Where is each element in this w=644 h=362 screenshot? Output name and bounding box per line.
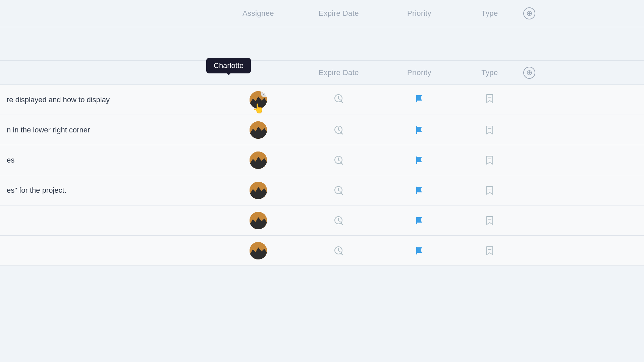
clock-icon-3 — [334, 155, 344, 165]
svg-line-38 — [338, 251, 340, 252]
empty-spacer-row — [0, 27, 644, 61]
row-cells-2 — [221, 121, 523, 139]
header-row: Assignee Expire Date Priority Type ⊕ — [0, 0, 644, 27]
bookmark-icon-1 — [485, 94, 494, 106]
priority-cell-5[interactable] — [382, 216, 456, 225]
add-column-button[interactable]: ⊕ — [523, 7, 543, 19]
clock-icon-2 — [334, 125, 344, 135]
row-cells-4 — [221, 182, 523, 199]
table-row: re displayed and how to display ✕ 👆 — [0, 85, 644, 115]
svg-line-3 — [338, 99, 340, 100]
page: Assignee Expire Date Priority Type ⊕ Cha… — [0, 0, 644, 362]
col-header-expire: Expire Date — [295, 9, 382, 18]
clock-icon-1 — [334, 94, 344, 106]
assignee-cell-3[interactable] — [221, 152, 295, 169]
priority-cell-3[interactable] — [382, 156, 456, 165]
type-cell-4[interactable] — [456, 186, 523, 195]
svg-line-10 — [338, 130, 340, 131]
assignee-cell-1[interactable]: ✕ 👆 — [221, 91, 295, 109]
assignee-cell-2[interactable] — [221, 121, 295, 139]
svg-line-24 — [338, 190, 340, 191]
type-cell-5[interactable] — [456, 216, 523, 225]
expire-cell-1[interactable] — [295, 94, 382, 106]
row-text-4: es" for the project. — [0, 186, 221, 195]
assignee-cell-4[interactable] — [221, 182, 295, 199]
subheader-priority: Priority — [382, 68, 456, 77]
subheader-add-button[interactable]: ⊕ — [523, 67, 543, 79]
priority-cell-1[interactable] — [382, 94, 456, 106]
avatar-2[interactable] — [250, 121, 267, 139]
flag-icon-6 — [415, 246, 424, 255]
cursor-icon: 👆 — [253, 103, 264, 114]
table-row: es — [0, 145, 644, 175]
row-text-3: es — [0, 156, 221, 165]
bookmark-icon-5 — [485, 216, 494, 225]
col-header-assignee: Assignee — [221, 9, 295, 18]
clock-icon-6 — [334, 246, 344, 256]
flag-icon-4 — [415, 186, 424, 195]
add-icon[interactable]: ⊕ — [523, 7, 535, 19]
row-cells-6 — [221, 242, 523, 259]
svg-line-31 — [338, 221, 340, 222]
subheader-type: Type — [456, 68, 523, 77]
subheader-expire: Expire Date — [295, 68, 382, 77]
expire-cell-2[interactable] — [295, 125, 382, 135]
bookmark-icon-2 — [485, 125, 494, 135]
svg-line-17 — [338, 160, 340, 161]
row-text-2: n in the lower right corner — [0, 126, 221, 134]
priority-cell-6[interactable] — [382, 246, 456, 255]
flag-icon-5 — [415, 216, 424, 225]
row-cells-1: ✕ 👆 — [221, 91, 523, 109]
bookmark-icon-6 — [485, 246, 494, 255]
expire-cell-3[interactable] — [295, 155, 382, 165]
bookmark-icon-4 — [485, 186, 494, 195]
clock-icon-4 — [334, 185, 344, 195]
type-cell-2[interactable] — [456, 125, 523, 135]
row-cells-3 — [221, 152, 523, 169]
avatar-6[interactable] — [250, 242, 267, 259]
col-header-type: Type — [456, 9, 523, 18]
assignee-cell-6[interactable] — [221, 242, 295, 259]
type-cell-3[interactable] — [456, 156, 523, 165]
table-row: es" for the project. — [0, 175, 644, 205]
table-row — [0, 205, 644, 236]
expire-cell-6[interactable] — [295, 246, 382, 256]
flag-icon-1 — [415, 94, 424, 106]
table-row: n in the lower right corner — [0, 115, 644, 145]
avatar-3[interactable] — [250, 152, 267, 169]
remove-badge[interactable]: ✕ — [261, 91, 267, 97]
expire-cell-4[interactable] — [295, 185, 382, 195]
row-text-1: re displayed and how to display — [0, 96, 221, 104]
subheader-row: Charlotte Expire Date Priority Type ⊕ — [0, 61, 644, 85]
avatar-5[interactable] — [250, 212, 267, 229]
expire-cell-5[interactable] — [295, 216, 382, 226]
avatar-4[interactable] — [250, 182, 267, 199]
assignee-cell-5[interactable] — [221, 212, 295, 229]
type-cell-6[interactable] — [456, 246, 523, 255]
col-header-priority: Priority — [382, 9, 456, 18]
flag-icon-2 — [415, 125, 424, 135]
flag-icon-3 — [415, 156, 424, 165]
subheader-add-icon[interactable]: ⊕ — [523, 67, 535, 79]
priority-cell-2[interactable] — [382, 125, 456, 135]
table-row — [0, 236, 644, 266]
type-cell-1[interactable] — [456, 94, 523, 106]
row-cells-5 — [221, 212, 523, 229]
bookmark-icon-3 — [485, 156, 494, 165]
priority-cell-4[interactable] — [382, 186, 456, 195]
charlotte-tooltip: Charlotte — [206, 58, 251, 73]
clock-icon-5 — [334, 216, 344, 226]
